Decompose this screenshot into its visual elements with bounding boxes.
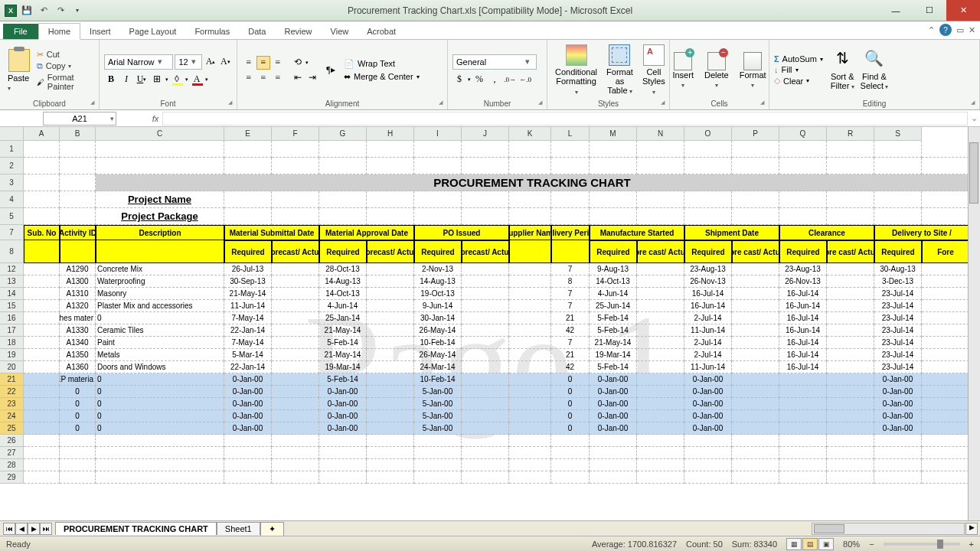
cell[interactable] — [24, 447, 60, 459]
cell[interactable] — [272, 349, 319, 361]
cell[interactable] — [827, 398, 874, 410]
activity-id-cell[interactable]: A1320 — [60, 300, 96, 312]
cell[interactable] — [684, 471, 732, 484]
cell[interactable] — [272, 447, 319, 459]
cell[interactable] — [462, 471, 509, 484]
cell[interactable] — [922, 386, 969, 398]
tab-nav-next[interactable]: ▶ — [28, 523, 40, 535]
cell[interactable] — [827, 422, 874, 435]
cell[interactable] — [637, 398, 684, 410]
sort-filter-button[interactable]: ⇅Sort & Filter — [828, 47, 858, 93]
cell[interactable]: 7 — [551, 337, 590, 349]
cell[interactable] — [462, 447, 509, 459]
col-header[interactable]: I — [414, 127, 462, 141]
zoom-in-button[interactable]: + — [969, 540, 974, 549]
cell[interactable] — [509, 398, 551, 410]
cell[interactable]: 19-Mar-14 — [319, 361, 367, 373]
cell[interactable] — [24, 337, 60, 349]
cell[interactable]: 21-May-14 — [319, 324, 367, 337]
cell[interactable] — [922, 191, 969, 208]
cell[interactable] — [637, 422, 684, 435]
cell[interactable] — [874, 435, 922, 447]
close-button[interactable]: ✕ — [946, 0, 980, 21]
cell[interactable]: 26-Jul-13 — [224, 263, 272, 276]
activity-id-cell[interactable]: 0 — [60, 422, 96, 435]
hdr-sub[interactable]: Required — [414, 240, 462, 263]
tab-nav-first[interactable]: ⏮ — [3, 523, 15, 535]
cell[interactable]: 0-Jan-00 — [684, 398, 732, 410]
cell[interactable] — [224, 471, 272, 484]
cell[interactable] — [732, 386, 779, 398]
row-header[interactable]: 15 — [0, 300, 24, 312]
cell[interactable]: 16-Jul-14 — [779, 288, 827, 300]
cell[interactable] — [922, 410, 969, 422]
cell[interactable] — [24, 422, 60, 435]
increase-font-icon[interactable]: A▴ — [204, 55, 217, 69]
tab-acrobat[interactable]: Acrobat — [358, 24, 405, 39]
cell[interactable]: 0-Jan-00 — [224, 373, 272, 386]
cell[interactable]: 16-Jul-14 — [779, 349, 827, 361]
cell[interactable] — [732, 471, 779, 484]
cell[interactable] — [272, 288, 319, 300]
expand-formula-bar-icon[interactable]: ⌄ — [968, 113, 980, 123]
cell[interactable]: 0-Jan-00 — [684, 410, 732, 422]
cell[interactable] — [272, 435, 319, 447]
font-color-button[interactable]: A — [190, 73, 204, 86]
hdr-description[interactable]: Description — [96, 225, 224, 240]
cell[interactable] — [96, 471, 224, 484]
align-bottom-icon[interactable]: ≡ — [271, 56, 285, 70]
cell[interactable] — [462, 158, 509, 174]
cell[interactable] — [922, 276, 969, 288]
cell[interactable]: 0-Jan-00 — [224, 410, 272, 422]
cell[interactable]: 21-May-14 — [224, 288, 272, 300]
activity-id-cell[interactable]: 0 — [60, 398, 96, 410]
formula-input[interactable] — [162, 112, 968, 126]
cell[interactable] — [874, 141, 922, 158]
cell[interactable] — [779, 422, 827, 435]
cell[interactable] — [551, 240, 590, 263]
activity-id-cell[interactable]: A1340 — [60, 337, 96, 349]
cell[interactable] — [779, 373, 827, 386]
cell[interactable] — [367, 361, 414, 373]
cell[interactable] — [24, 263, 60, 276]
cell[interactable] — [272, 386, 319, 398]
cell[interactable] — [24, 398, 60, 410]
cell[interactable] — [637, 288, 684, 300]
cell[interactable] — [551, 471, 590, 484]
activity-id-cell[interactable]: A1330 — [60, 324, 96, 337]
cell[interactable] — [551, 208, 590, 225]
cell[interactable]: 11-Jun-14 — [224, 300, 272, 312]
row-header[interactable]: 14 — [0, 288, 24, 300]
cell[interactable]: 21 — [551, 312, 590, 324]
zoom-thumb[interactable] — [937, 540, 943, 549]
excel-icon[interactable]: X — [5, 5, 17, 17]
cell[interactable] — [637, 312, 684, 324]
cell[interactable] — [367, 349, 414, 361]
cell[interactable] — [367, 471, 414, 484]
cell[interactable] — [509, 471, 551, 484]
hdr-sub[interactable]: Required — [779, 240, 827, 263]
cell[interactable] — [779, 447, 827, 459]
cell[interactable] — [24, 141, 60, 158]
decrease-decimal-icon[interactable]: ←.0 — [518, 73, 532, 86]
vscroll-thumb[interactable] — [969, 142, 978, 204]
cell[interactable] — [272, 263, 319, 276]
cell[interactable]: 0-Jan-00 — [684, 373, 732, 386]
cell[interactable]: 25-Jan-14 — [319, 312, 367, 324]
cell[interactable] — [827, 288, 874, 300]
row-header[interactable]: 17 — [0, 324, 24, 337]
cell[interactable] — [509, 141, 551, 158]
cell[interactable] — [590, 435, 637, 447]
cell[interactable] — [272, 373, 319, 386]
cell[interactable] — [462, 191, 509, 208]
cell[interactable] — [732, 208, 779, 225]
col-header[interactable]: P — [732, 127, 779, 141]
cell[interactable]: 0-Jan-00 — [874, 410, 922, 422]
cell[interactable] — [637, 410, 684, 422]
cell[interactable] — [551, 447, 590, 459]
cell[interactable]: 0-Jan-00 — [224, 398, 272, 410]
cell[interactable] — [827, 361, 874, 373]
cell[interactable] — [367, 410, 414, 422]
col-header[interactable]: R — [827, 127, 874, 141]
format-painter-button[interactable]: Format Painter — [37, 73, 94, 91]
